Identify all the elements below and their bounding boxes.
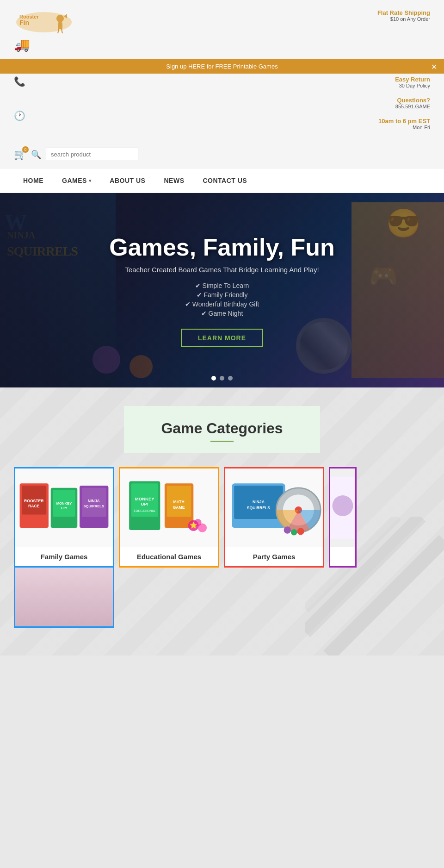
svg-point-40 <box>284 526 291 533</box>
clock-icon: 🕐 <box>14 110 25 121</box>
svg-text:UP!: UP! <box>141 501 149 506</box>
shipping-sub: $10 on Any Order <box>377 16 430 22</box>
truck-icon: 🚚 <box>14 37 30 52</box>
svg-point-41 <box>291 529 297 535</box>
search-section: 🛒 0 🔍 <box>0 145 444 168</box>
svg-text:MONKEY: MONKEY <box>135 496 155 501</box>
svg-text:SQUIRRELS: SQUIRRELS <box>247 506 271 510</box>
nav-games[interactable]: GAMES ▾ <box>53 169 100 193</box>
phone-row: 📞 <box>14 76 25 87</box>
search-input[interactable] <box>46 148 138 161</box>
hours-title: 10am to 6 pm EST <box>378 118 430 125</box>
promo-close-button[interactable]: ✕ <box>431 62 437 71</box>
feature-3: ✔ Wonderful Birthday Gift <box>109 300 334 308</box>
svg-text:NINJA: NINJA <box>88 499 100 503</box>
family-games-label: Family Games <box>15 547 113 566</box>
nav-news[interactable]: NEWS <box>154 169 193 193</box>
navigation: HOME GAMES ▾ ABOUT US NEWS CONTACT US <box>0 168 444 193</box>
educational-games-card[interactable]: MONKEY UP! EDUCATIONAL MATH GAME ⭐ Educa… <box>119 467 219 568</box>
nav-home[interactable]: HOME <box>14 169 53 193</box>
svg-text:ROOSTER: ROOSTER <box>24 499 44 503</box>
logo: Rooster Fin <box>14 9 74 35</box>
shipping-title: Flat Rate Shipping <box>377 9 430 16</box>
svg-rect-5 <box>58 22 62 29</box>
shipping-info: Flat Rate Shipping $10 on Any Order <box>377 9 430 22</box>
cart-button[interactable]: 🛒 0 <box>14 149 26 161</box>
svg-text:MATH: MATH <box>173 500 184 504</box>
questions-title: Questions? <box>378 97 430 104</box>
svg-text:⭐: ⭐ <box>190 521 197 529</box>
party-games-label: Party Games <box>225 547 323 566</box>
hero-features: ✔ Simple To Learn ✔ Family Friendly ✔ Wo… <box>109 282 334 317</box>
svg-text:Fin: Fin <box>19 19 29 26</box>
clock-row: 🕐 <box>14 110 25 121</box>
svg-point-44 <box>333 495 353 516</box>
nav-about[interactable]: ABOUT US <box>100 169 154 193</box>
dot-3[interactable] <box>228 376 233 381</box>
hero-subtitle: Teacher Created Board Games That Bridge … <box>109 266 334 274</box>
family-games-card[interactable]: ROOSTER RACE MONKEY UP! NINJA SQUIRRELS … <box>14 467 114 568</box>
return-title: Easy Return <box>378 76 430 83</box>
hours-sub: Mon-Fri <box>378 125 430 130</box>
more-games-card[interactable] <box>329 467 357 568</box>
svg-text:UP!: UP! <box>61 506 67 510</box>
svg-text:SQUIRRELS: SQUIRRELS <box>83 504 104 508</box>
svg-point-42 <box>297 528 304 535</box>
nav-contact[interactable]: CONTACT US <box>193 169 256 193</box>
categories-underline <box>210 441 234 442</box>
svg-text:GAME: GAME <box>173 505 185 510</box>
feature-4: ✔ Game Night <box>109 310 334 317</box>
promo-banner: Sign up HERE for FREE Printable Games ✕ <box>0 59 444 74</box>
phone-icon: 📞 <box>14 76 25 87</box>
hero-title: Games, Family, Fun <box>109 233 334 261</box>
feature-1: ✔ Simple To Learn <box>109 282 334 289</box>
hero-section: W NINJA SQUIRRELS 😎 🎮 Games, Family, Fun… <box>0 193 444 387</box>
cards-container: ROOSTER RACE MONKEY UP! NINJA SQUIRRELS … <box>0 467 444 568</box>
promo-text: Sign up HERE for FREE Printable Games <box>166 63 278 70</box>
svg-point-3 <box>56 15 64 22</box>
cart-count: 0 <box>22 146 29 153</box>
games-chevron-icon: ▾ <box>89 178 92 183</box>
more-games-image <box>330 468 355 547</box>
dot-1[interactable] <box>211 376 216 381</box>
categories-section: Game Categories ROOSTER RACE MONKEY UP! <box>0 387 444 656</box>
family-games-card-extension <box>14 568 114 628</box>
svg-text:MONKEY: MONKEY <box>56 501 72 506</box>
feature-2: ✔ Family Friendly <box>109 291 334 299</box>
svg-text:EDUCATIONAL: EDUCATIONAL <box>134 509 155 512</box>
return-info: Easy Return 30 Day Policy <box>378 76 430 88</box>
learn-more-button[interactable]: LEARN MORE <box>181 329 263 347</box>
hours-info: 10am to 6 pm EST Mon-Fri <box>378 118 430 130</box>
questions-info: Questions? 855.591.GAME <box>378 97 430 109</box>
svg-text:NINJA: NINJA <box>253 500 265 504</box>
slide-dots <box>211 376 233 381</box>
dot-2[interactable] <box>220 376 224 381</box>
svg-text:RACE: RACE <box>28 504 40 508</box>
search-icon[interactable]: 🔍 <box>31 150 41 160</box>
party-games-card[interactable]: NINJA SQUIRRELS Party Games <box>224 467 324 568</box>
return-sub: 30 Day Policy <box>378 83 430 88</box>
questions-sub: 855.591.GAME <box>378 104 430 109</box>
categories-title: Game Categories <box>161 420 283 437</box>
educational-games-image: MONKEY UP! EDUCATIONAL MATH GAME ⭐ <box>120 468 218 547</box>
educational-games-label: Educational Games <box>120 547 218 566</box>
family-games-image: ROOSTER RACE MONKEY UP! NINJA SQUIRRELS <box>15 468 113 547</box>
party-games-image: NINJA SQUIRRELS <box>225 468 323 547</box>
